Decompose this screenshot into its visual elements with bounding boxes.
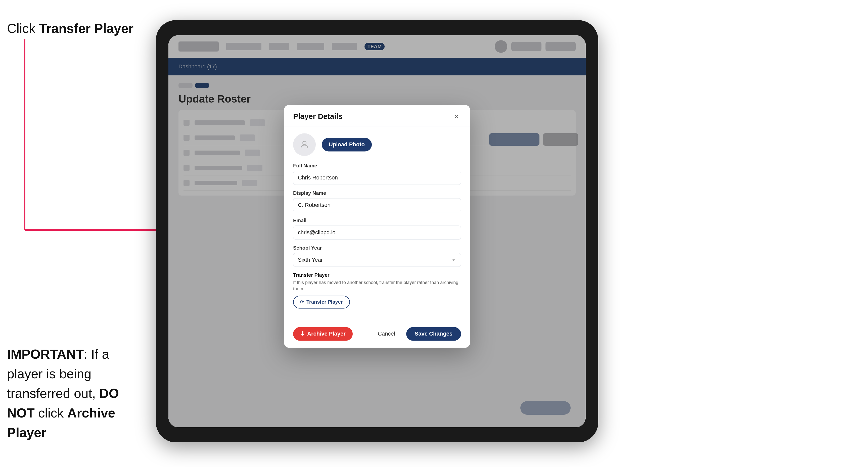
archive-player-label: Archive Player xyxy=(307,331,346,337)
email-input[interactable] xyxy=(293,225,461,240)
save-changes-button[interactable]: Save Changes xyxy=(406,327,461,341)
instruction-top-bold: Transfer Player xyxy=(39,21,133,36)
transfer-icon: ⟳ xyxy=(300,299,304,305)
tablet-screen: TEAM Dashboard (17) Update Roster xyxy=(168,35,586,427)
archive-player-button[interactable]: ⬇ Archive Player xyxy=(293,327,353,341)
transfer-player-button[interactable]: ⟳ Transfer Player xyxy=(293,296,350,309)
arrow-indicator xyxy=(12,39,160,258)
email-group: Email xyxy=(293,218,461,240)
display-name-input[interactable] xyxy=(293,198,461,212)
full-name-group: Full Name xyxy=(293,163,461,185)
archive-icon: ⬇ xyxy=(300,331,305,337)
display-name-group: Display Name xyxy=(293,190,461,212)
school-year-select[interactable]: First Year Second Year Third Year Fourth… xyxy=(293,253,461,267)
transfer-player-btn-label: Transfer Player xyxy=(306,299,343,305)
tablet-frame: TEAM Dashboard (17) Update Roster xyxy=(156,20,598,442)
modal-header: Player Details × xyxy=(284,105,470,126)
full-name-label: Full Name xyxy=(293,163,461,169)
instruction-important: IMPORTANT xyxy=(7,347,84,362)
instruction-text2: click xyxy=(35,406,67,420)
school-year-group: School Year First Year Second Year Third… xyxy=(293,245,461,267)
modal-title: Player Details xyxy=(293,112,343,121)
avatar-placeholder xyxy=(293,133,316,156)
svg-point-3 xyxy=(303,141,306,145)
full-name-input[interactable] xyxy=(293,171,461,185)
modal-body: Upload Photo Full Name Display Name Emai… xyxy=(284,126,470,322)
modal-footer: ⬇ Archive Player Cancel Save Changes xyxy=(284,322,470,348)
upload-photo-button[interactable]: Upload Photo xyxy=(322,138,372,151)
instruction-top-prefix: Click xyxy=(7,21,39,36)
cancel-button[interactable]: Cancel xyxy=(371,327,402,341)
close-button[interactable]: × xyxy=(452,112,461,121)
instruction-bottom: IMPORTANT: If a player is being transfer… xyxy=(7,344,148,442)
display-name-label: Display Name xyxy=(293,190,461,196)
transfer-player-section: Transfer Player If this player has moved… xyxy=(293,272,461,308)
email-label: Email xyxy=(293,218,461,223)
school-year-label: School Year xyxy=(293,245,461,251)
transfer-player-label: Transfer Player xyxy=(293,272,461,278)
transfer-player-description: If this player has moved to another scho… xyxy=(293,280,461,292)
instruction-top: Click Transfer Player xyxy=(7,20,133,37)
avatar-section: Upload Photo xyxy=(293,133,461,156)
player-details-modal: Player Details × Upload Photo xyxy=(284,105,470,348)
